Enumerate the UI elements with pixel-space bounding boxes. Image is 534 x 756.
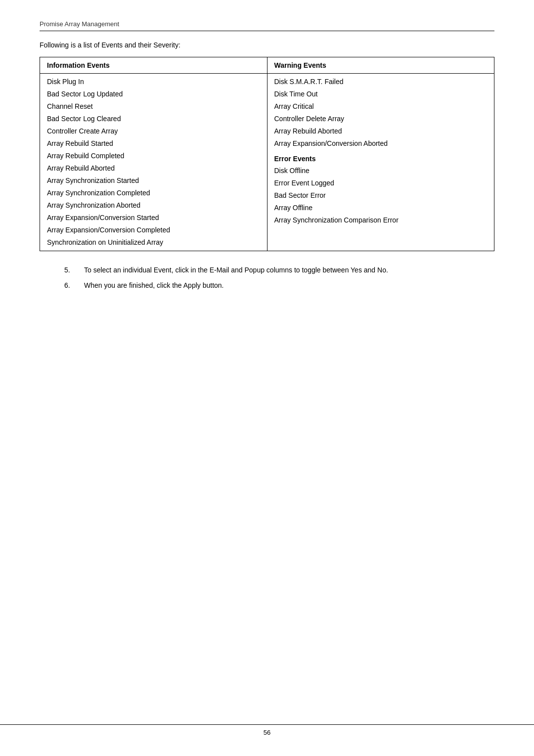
warning-event-item: Controller Delete Array xyxy=(274,113,488,125)
warning-events-cell: Disk S.M.A.R.T. FailedDisk Time OutArray… xyxy=(267,74,494,251)
page-number: 56 xyxy=(264,729,270,736)
page-footer: 56 xyxy=(0,724,534,736)
error-event-item: Error Event Logged xyxy=(274,177,488,189)
info-event-item: Array Expansion/Conversion Completed xyxy=(47,224,260,236)
warning-event-item: Array Expansion/Conversion Aborted xyxy=(274,137,488,150)
info-event-item: Array Expansion/Conversion Started xyxy=(47,212,260,224)
error-event-item: Array Offline xyxy=(274,202,488,214)
info-event-item: Array Synchronization Started xyxy=(47,175,260,187)
info-event-item: Bad Sector Log Updated xyxy=(47,88,260,100)
step-item: 6.When you are finished, click the Apply… xyxy=(54,280,494,291)
error-event-item: Disk Offline xyxy=(274,165,488,177)
warning-event-item: Disk S.M.A.R.T. Failed xyxy=(274,76,488,88)
warning-event-item: Disk Time Out xyxy=(274,88,488,100)
info-event-item: Bad Sector Log Cleared xyxy=(47,113,260,125)
step-item: 5.To select an individual Event, click i… xyxy=(54,265,494,275)
intro-text: Following is a list of Events and their … xyxy=(40,41,494,49)
info-event-item: Channel Reset xyxy=(47,100,260,113)
info-event-item: Array Synchronization Aborted xyxy=(47,199,260,212)
info-event-item: Disk Plug In xyxy=(47,76,260,88)
info-event-item: Controller Create Array xyxy=(47,125,260,137)
error-event-item: Bad Sector Error xyxy=(274,189,488,202)
info-event-item: Array Rebuild Started xyxy=(47,137,260,150)
step-text: When you are finished, click the Apply b… xyxy=(84,280,224,291)
step-text: To select an individual Event, click in … xyxy=(84,265,388,275)
warning-event-item: Array Critical xyxy=(274,100,488,113)
warning-event-item: Array Rebuild Aborted xyxy=(274,125,488,137)
info-events-cell: Disk Plug InBad Sector Log UpdatedChanne… xyxy=(40,74,267,251)
header-title: Promise Array Management xyxy=(40,20,119,28)
steps-list: 5.To select an individual Event, click i… xyxy=(54,265,494,291)
step-number: 5. xyxy=(64,265,76,275)
page-header: Promise Array Management xyxy=(40,20,494,31)
info-event-item: Array Synchronization Completed xyxy=(47,187,260,199)
step-number: 6. xyxy=(64,280,76,291)
info-event-item: Synchronization on Uninitialized Array xyxy=(47,236,260,249)
events-table: Information Events Warning Events Disk P… xyxy=(40,57,494,251)
col1-header: Information Events xyxy=(40,57,267,74)
info-event-item: Array Rebuild Aborted xyxy=(47,162,260,175)
error-event-item: Array Synchronization Comparison Error xyxy=(274,214,488,226)
error-events-header: Error Events xyxy=(274,155,488,163)
col2-header: Warning Events xyxy=(267,57,494,74)
info-event-item: Array Rebuild Completed xyxy=(47,150,260,162)
